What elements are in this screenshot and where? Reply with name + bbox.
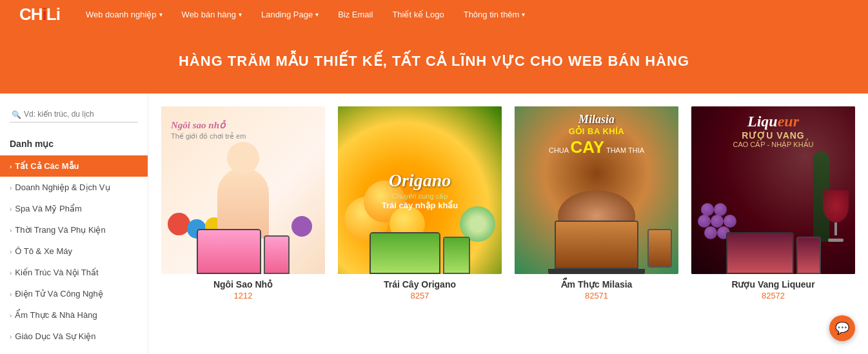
nav-item-biz-email[interactable]: Biz Email: [338, 10, 373, 19]
liqueur-sub2: CAO CẤP - NHẬP KHẨU: [691, 141, 855, 149]
nav-item-web-doanh-nghiep[interactable]: Web doanh nghiệp ▾: [86, 10, 163, 19]
product-name-am-thuc: Ẩm Thực Milasia: [515, 279, 678, 290]
sidebar-item-spa[interactable]: ›Spa Và Mỹ Phẩm: [0, 198, 148, 219]
milasia-cay: CAY: [571, 137, 605, 157]
sidebar-item-doanh-nghiep[interactable]: ›Doanh Nghiệp & Dịch Vụ: [0, 177, 148, 198]
sidebar-item-am-thuc[interactable]: ›Ẩm Thực & Nhà Hàng: [0, 304, 148, 326]
sidebar-item-oto[interactable]: ›Ô Tô & Xe Máy: [0, 241, 148, 262]
chevron-right-icon: ›: [10, 270, 12, 277]
main-container: 🔍 Danh mục ›Tất Cả Các Mẫu ›Doanh Nghiệp…: [0, 93, 868, 354]
origano-title: Origano: [389, 170, 451, 191]
product-card-trai-cay[interactable]: Origano Chuyên cung cấp Trái cây nhập kh…: [338, 106, 502, 300]
chevron-down-icon: ▾: [239, 11, 242, 18]
chevron-right-icon: ›: [10, 248, 12, 255]
product-image-ruou-vang: Liqueur RƯỢU VANG CAO CẤP - NHẬP KHẨU: [691, 106, 855, 274]
sidebar-item-thoi-trang[interactable]: ›Thời Trang Và Phụ Kiện: [0, 219, 148, 241]
product-info-ruou-vang: Rượu Vang Liqueur 82572: [691, 274, 855, 300]
ngoi-sao-text-overlay: Ngôi sao nhỏ Thế giới đồ chơi trẻ em: [171, 119, 246, 141]
product-card-ngoi-sao[interactable]: Ngôi sao nhỏ Thế giới đồ chơi trẻ em: [161, 106, 325, 300]
chat-button[interactable]: 💬: [829, 315, 855, 341]
chevron-right-icon: ›: [10, 206, 12, 213]
product-name-trai-cay: Trái Cây Origano: [338, 279, 502, 290]
sidebar-item-giao-duc[interactable]: ›Giáo Dục Và Sự Kiện: [0, 326, 148, 347]
ngoi-sao-sub: Thế giới đồ chơi trẻ em: [171, 132, 246, 141]
nav-item-landing-page[interactable]: Landing Page ▾: [261, 10, 319, 19]
origano-sub2: Trái cây nhập khẩu: [382, 201, 459, 210]
chevron-down-icon: ▾: [315, 11, 319, 18]
chevron-down-icon: ▾: [522, 11, 525, 18]
chevron-down-icon: ▾: [159, 11, 163, 18]
hero-title: HÀNG TRĂM MẪU THIẾT KẾ, TẤT CẢ LĨNH VỰC …: [179, 53, 689, 70]
liqueur-sub1: RƯỢU VANG: [691, 130, 855, 141]
sidebar-menu: ›Tất Cả Các Mẫu ›Doanh Nghiệp & Dịch Vụ …: [0, 155, 148, 347]
chevron-right-icon: ›: [10, 184, 12, 192]
product-card-am-thuc[interactable]: Milasia GỎI BA KHÍA CHUA CAY THAM THIA: [515, 106, 678, 300]
chevron-right-icon: ›: [10, 227, 12, 234]
sidebar-search-container: 🔍: [0, 106, 148, 132]
product-id-ruou-vang: 82572: [691, 291, 855, 300]
nav-item-web-ban-hang[interactable]: Web bán hàng ▾: [182, 10, 242, 19]
navbar: CHiLi Web doanh nghiệp ▾ Web bán hàng ▾ …: [0, 0, 868, 29]
liqueur-liq: Liqu: [747, 113, 778, 130]
sidebar: 🔍 Danh mục ›Tất Cả Các Mẫu ›Doanh Nghiệp…: [0, 93, 148, 354]
search-icon: 🔍: [12, 110, 21, 119]
product-id-am-thuc: 82571: [515, 291, 678, 300]
liqueur-overlay: Liqueur RƯỢU VANG CAO CẤP - NHẬP KHẨU: [691, 113, 855, 149]
sidebar-item-dien-tu[interactable]: ›Điện Tử Và Công Nghệ: [0, 283, 148, 304]
product-id-trai-cay: 8257: [338, 291, 502, 300]
hero-banner: HÀNG TRĂM MẪU THIẾT KẾ, TẤT CẢ LĨNH VỰC …: [0, 29, 868, 93]
product-card-ruou-vang[interactable]: Liqueur RƯỢU VANG CAO CẤP - NHẬP KHẨU Rư…: [691, 106, 855, 300]
nav-links: Web doanh nghiệp ▾ Web bán hàng ▾ Landin…: [86, 10, 526, 19]
origano-sub1: Chuyên cung cấp: [392, 192, 448, 201]
product-grid: Ngôi sao nhỏ Thế giới đồ chơi trẻ em: [148, 93, 868, 354]
chevron-right-icon: ›: [10, 333, 12, 340]
product-image-am-thuc: Milasia GỎI BA KHÍA CHUA CAY THAM THIA: [515, 106, 678, 274]
chat-icon: 💬: [835, 321, 849, 335]
search-input[interactable]: [10, 106, 138, 123]
product-image-ngoi-sao: Ngôi sao nhỏ Thế giới đồ chơi trẻ em: [161, 106, 325, 274]
nav-item-thiet-ke-logo[interactable]: Thiết kế Logo: [392, 10, 444, 19]
product-image-trai-cay: Origano Chuyên cung cấp Trái cây nhập kh…: [338, 106, 502, 274]
nav-item-thong-tin-them[interactable]: Thông tin thêm ▾: [464, 10, 526, 19]
sidebar-item-all[interactable]: ›Tất Cả Các Mẫu: [0, 155, 148, 177]
sidebar-category-title: Danh mục: [0, 132, 148, 155]
ngoi-sao-title: Ngôi sao nhỏ: [171, 119, 246, 131]
product-name-ngoi-sao: Ngôi Sao Nhỏ: [161, 279, 325, 290]
product-info-am-thuc: Ẩm Thực Milasia 82571: [515, 274, 678, 300]
sidebar-item-kien-truc[interactable]: ›Kiến Trúc Và Nội Thất: [0, 262, 148, 283]
chevron-right-icon: ›: [10, 163, 12, 170]
product-name-ruou-vang: Rượu Vang Liqueur: [691, 279, 855, 290]
chevron-right-icon: ›: [10, 312, 12, 319]
product-info-ngoi-sao: Ngôi Sao Nhỏ 1212: [161, 274, 325, 300]
milasia-overlay: Milasia GỎI BA KHÍA CHUA CAY THAM THIA: [515, 113, 678, 157]
logo[interactable]: CHiLi: [19, 5, 60, 25]
product-info-trai-cay: Trái Cây Origano 8257: [338, 274, 502, 300]
chevron-right-icon: ›: [10, 291, 12, 298]
liqueur-ueur: eur: [778, 113, 799, 130]
product-id-ngoi-sao: 1212: [161, 291, 325, 300]
